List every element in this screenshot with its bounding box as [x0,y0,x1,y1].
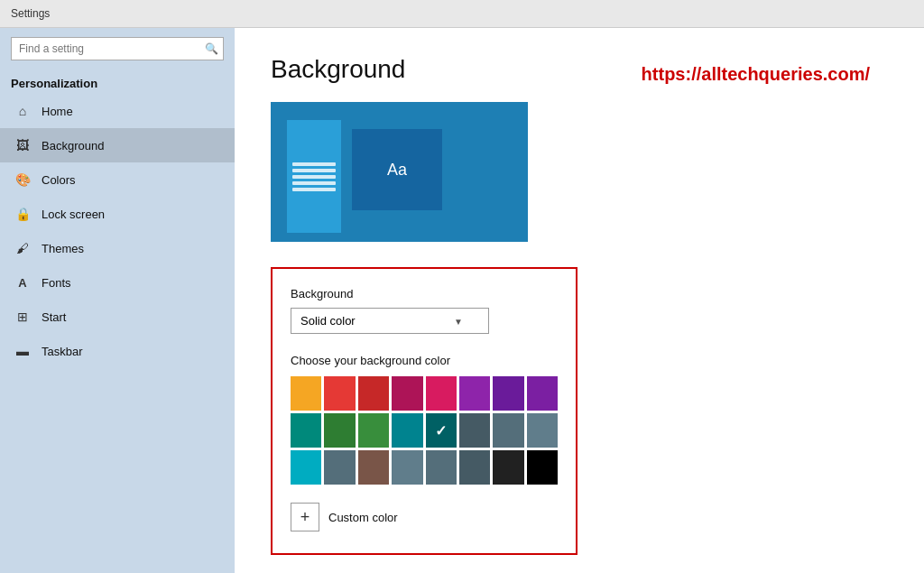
custom-color-plus-icon: + [291,503,319,531]
settings-panel: Background Solid color Picture Slideshow… [271,267,578,555]
preview-line-2 [292,169,336,172]
sidebar-item-colors-label: Colors [42,173,76,187]
search-icon: 🔍 [205,42,218,55]
background-preview: Aa [271,102,528,242]
color-swatch-dark-green[interactable] [324,413,355,448]
color-swatch-brown[interactable] [358,450,389,485]
color-row-1 [291,376,558,411]
color-swatch-blue-grey[interactable] [459,413,490,448]
preview-line-4 [292,181,336,185]
titlebar-label: Settings [11,7,50,20]
sidebar-item-home-label: Home [42,105,73,118]
preview-line-1 [292,162,336,166]
color-swatch-selected[interactable] [426,413,457,448]
color-swatch-black[interactable] [527,450,558,485]
background-dropdown-container: Solid color Picture Slideshow ▼ [291,308,558,334]
sidebar-item-taskbar-label: Taskbar [42,345,83,358]
preview-aa-text: Aa [387,161,407,180]
custom-color-label: Custom color [328,511,398,524]
sidebar-item-themes[interactable]: 🖌 Themes [0,231,235,265]
sidebar-item-start-label: Start [42,310,66,324]
preview-sidebar [287,120,341,233]
preview-line-3 [292,175,336,179]
color-swatch-dark-pink[interactable] [392,376,422,411]
color-swatch-orange[interactable] [291,376,321,411]
main-content: Background Aa https://alltechqueries.com… [235,28,924,573]
colors-icon: 🎨 [14,171,31,188]
color-row-2 [291,413,558,448]
background-dropdown[interactable]: Solid color Picture Slideshow [291,308,489,334]
start-icon: ⊞ [14,309,31,325]
color-swatch-violet[interactable] [527,376,558,411]
sidebar-item-lock-screen[interactable]: 🔒 Lock screen [0,197,235,231]
color-swatch-pink[interactable] [426,376,457,411]
color-swatch-dark-red[interactable] [358,376,389,411]
search-input[interactable] [11,37,224,60]
background-icon: 🖼 [14,137,31,153]
taskbar-icon: ▬ [14,343,31,359]
background-dropdown-label: Background [291,287,558,300]
sidebar-item-taskbar[interactable]: ▬ Taskbar [0,334,235,368]
sidebar-item-fonts-label: Fonts [42,276,71,290]
sidebar-item-colors[interactable]: 🎨 Colors [0,162,235,197]
color-swatch-grey-blue[interactable] [527,413,558,448]
sidebar-item-home[interactable]: ⌂ Home [0,94,235,128]
color-swatch-purple[interactable] [459,376,490,411]
color-grid [291,376,558,485]
sidebar-item-background[interactable]: 🖼 Background [0,128,235,162]
color-swatch-dark-grey[interactable] [459,450,490,485]
sidebar-item-lock-label: Lock screen [42,208,105,221]
color-swatch-dark-teal[interactable] [392,413,422,448]
search-container: 🔍 [11,37,224,60]
sidebar-item-themes-label: Themes [42,242,84,255]
color-swatch-grey[interactable] [392,450,422,485]
custom-color-button[interactable]: + Custom color [291,499,558,535]
sidebar-item-fonts[interactable]: A Fonts [0,265,235,300]
color-swatch-dark-slate[interactable] [324,450,355,485]
color-swatch-dark-purple[interactable] [493,376,523,411]
lock-icon: 🔒 [14,206,31,222]
color-section-label: Choose your background color [291,354,558,367]
color-swatch-medium-grey[interactable] [426,450,457,485]
sidebar: 🔍 Personalization ⌂ Home 🖼 Background 🎨 … [0,28,235,573]
color-row-3 [291,450,558,485]
sidebar-item-start[interactable]: ⊞ Start [0,300,235,334]
sidebar-item-background-label: Background [42,139,104,152]
color-swatch-red[interactable] [324,376,355,411]
preview-line-5 [292,188,336,191]
preview-window: Aa [352,129,442,210]
home-icon: ⌂ [14,103,31,119]
watermark: https://alltechqueries.com/ [642,64,870,85]
color-swatch-slate[interactable] [493,413,523,448]
color-swatch-green[interactable] [358,413,389,448]
color-swatch-cyan[interactable] [291,450,321,485]
color-swatch-near-black[interactable] [493,450,523,485]
fonts-icon: A [14,274,31,291]
color-swatch-teal[interactable] [291,413,321,448]
themes-icon: 🖌 [14,240,31,256]
sidebar-section-label: Personalization [0,69,235,94]
